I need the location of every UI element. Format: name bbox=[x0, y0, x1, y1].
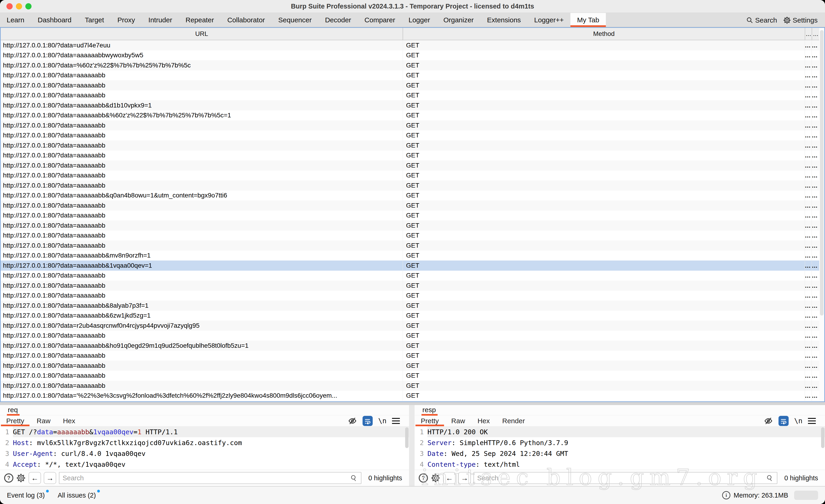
all-issues-button[interactable]: All issues (2) bbox=[58, 492, 96, 499]
response-view-subtab[interactable]: Render bbox=[496, 415, 531, 426]
search-settings-gear-icon[interactable] bbox=[16, 473, 26, 483]
table-scrollbar[interactable] bbox=[819, 28, 824, 401]
main-tab[interactable]: Proxy bbox=[111, 13, 142, 27]
main-tab[interactable]: Organizer bbox=[437, 13, 480, 27]
newline-icon[interactable]: \n bbox=[794, 417, 803, 425]
table-row[interactable]: http://127.0.0.1:80/?data=aaaaaabb GET .… bbox=[1, 211, 824, 221]
table-row[interactable]: http://127.0.0.1:80/?data=aaaaaabb GET .… bbox=[1, 140, 824, 151]
table-row[interactable]: http://127.0.0.1:80/?data=aaaaaabb GET .… bbox=[1, 171, 824, 181]
previous-match-button[interactable]: ← bbox=[443, 472, 456, 484]
request-view-subtab[interactable]: Pretty bbox=[0, 415, 30, 426]
help-icon[interactable]: ? bbox=[419, 474, 428, 483]
table-row[interactable]: http://127.0.0.1:80/?data=aaaaaabb GET .… bbox=[1, 291, 824, 301]
main-tab[interactable]: Target bbox=[78, 13, 111, 27]
table-row[interactable]: http://127.0.0.1:80/?data=aaaaaabb&1vqaa… bbox=[1, 260, 824, 271]
split-divider[interactable] bbox=[409, 405, 415, 486]
main-tab[interactable]: Extensions bbox=[480, 13, 528, 27]
response-editor[interactable]: 1 HTTP/1.0 200 OK 2 Server: SimpleHTTP/0… bbox=[415, 426, 825, 470]
tab-resp[interactable]: resp bbox=[422, 405, 438, 415]
truncated-cell-1: ... bbox=[805, 351, 812, 361]
table-row[interactable]: http://127.0.0.1:80/?data=aaaaaabb&mv8n9… bbox=[1, 251, 824, 261]
column-header-truncated-2[interactable]: ... bbox=[812, 28, 819, 40]
table-row[interactable]: http://127.0.0.1:80/?data=aaaaaabb GET .… bbox=[1, 351, 824, 361]
table-row[interactable]: http://127.0.0.1:80/?data=%60z'z%22$%7b%… bbox=[1, 60, 824, 70]
request-view-subtab[interactable]: Raw bbox=[30, 415, 57, 426]
table-row[interactable]: http://127.0.0.1:80/?data=aaaaaabb GET .… bbox=[1, 271, 824, 281]
main-tab[interactable]: My Tab bbox=[571, 13, 606, 27]
tab-req[interactable]: req bbox=[7, 405, 19, 415]
response-view-subtab[interactable]: Pretty bbox=[415, 415, 445, 426]
next-match-button[interactable]: → bbox=[44, 472, 56, 484]
main-tab-label: Repeater bbox=[185, 16, 214, 24]
table-row[interactable]: http://127.0.0.1:80/?data=aaaaaabb GET .… bbox=[1, 160, 824, 171]
minimize-window-button[interactable] bbox=[16, 3, 22, 9]
response-editor-scrollbar-thumb[interactable] bbox=[821, 427, 825, 448]
search-button[interactable]: Search bbox=[744, 16, 779, 24]
table-row[interactable]: http://127.0.0.1:80/?data='%22%3e%3csvg%… bbox=[1, 391, 824, 401]
table-row[interactable]: http://127.0.0.1:80/?data=r2ub4asqrcnwf0… bbox=[1, 321, 824, 331]
table-row[interactable]: http://127.0.0.1:80/?data=aaaaaabb GET .… bbox=[1, 151, 824, 161]
table-row[interactable]: http://127.0.0.1:80/?data=aaaaaabb GET .… bbox=[1, 180, 824, 190]
search-field-magnifier-icon bbox=[350, 474, 358, 482]
table-row[interactable]: http://127.0.0.1:80/?data=aaaaaabbwywoxb… bbox=[1, 51, 824, 61]
table-row[interactable]: http://127.0.0.1:80/?data=aaaaaabb GET .… bbox=[1, 361, 824, 371]
table-row[interactable]: http://127.0.0.1:80/?data=aaaaaabb GET .… bbox=[1, 70, 824, 81]
table-row[interactable]: http://127.0.0.1:80/?data=aaaaaabb GET .… bbox=[1, 231, 824, 241]
column-header-method[interactable]: Method bbox=[402, 28, 805, 40]
table-row[interactable]: http://127.0.0.1:80/?data=aaaaaabb GET .… bbox=[1, 280, 824, 291]
main-tab[interactable]: Comparer bbox=[358, 13, 402, 27]
table-row[interactable]: http://127.0.0.1:80/?data=aaaaaabb&ho91q… bbox=[1, 341, 824, 351]
main-tab[interactable]: Learn bbox=[0, 13, 31, 27]
response-view-subtab[interactable]: Raw bbox=[445, 415, 471, 426]
table-row[interactable]: http://127.0.0.1:80/?data=aaaaaabb&%60z'… bbox=[1, 110, 824, 120]
help-icon[interactable]: ? bbox=[4, 474, 13, 483]
main-tab[interactable]: Decoder bbox=[318, 13, 358, 27]
search-settings-gear-icon[interactable] bbox=[431, 473, 440, 483]
request-editor-scrollbar-thumb[interactable] bbox=[405, 427, 408, 448]
main-tab[interactable]: Intruder bbox=[142, 13, 179, 27]
settings-button[interactable]: Settings bbox=[781, 16, 820, 24]
table-row[interactable]: http://127.0.0.1:80/?data=aaaaaabb&q0an4… bbox=[1, 190, 824, 201]
table-row[interactable]: http://127.0.0.1:80/?data=aaaaaabb&d1b10… bbox=[1, 100, 824, 110]
event-log-button[interactable]: Event log (3) bbox=[7, 492, 45, 499]
eye-off-icon[interactable] bbox=[764, 416, 773, 426]
table-row[interactable]: http://127.0.0.1:80/?data=aaaaaabb GET .… bbox=[1, 221, 824, 231]
next-match-button[interactable]: → bbox=[458, 472, 471, 484]
table-row[interactable]: http://127.0.0.1:80/?data=aaaaaabb GET .… bbox=[1, 90, 824, 101]
response-search-input[interactable] bbox=[477, 474, 766, 482]
table-row[interactable]: http://127.0.0.1:80/?data=aaaaaabb GET .… bbox=[1, 120, 824, 131]
column-header-url[interactable]: URL bbox=[1, 28, 402, 40]
main-tab[interactable]: Collaborator bbox=[221, 13, 272, 27]
table-row[interactable]: http://127.0.0.1:80/?data=aaaaaabb GET .… bbox=[1, 200, 824, 211]
table-row[interactable]: http://127.0.0.1:80/?data=aaaaaabb&6zw1j… bbox=[1, 311, 824, 321]
main-tab[interactable]: Logger bbox=[402, 13, 437, 27]
main-tab[interactable]: Repeater bbox=[179, 13, 221, 27]
main-tab[interactable]: Sequencer bbox=[272, 13, 318, 27]
table-row[interactable]: http://127.0.0.1:80/?data=aaaaaabb GET .… bbox=[1, 371, 824, 381]
table-row[interactable]: http://127.0.0.1:80/?data=aaaaaabb&8alya… bbox=[1, 301, 824, 311]
previous-match-button[interactable]: ← bbox=[28, 472, 41, 484]
table-row[interactable]: http://127.0.0.1:80/?data=aaaaaabb GET .… bbox=[1, 80, 824, 90]
word-wrap-icon[interactable] bbox=[363, 416, 373, 426]
column-header-truncated-1[interactable]: ... bbox=[805, 28, 812, 40]
table-row[interactable]: http://127.0.0.1:80/?data=aaaaaabb GET .… bbox=[1, 381, 824, 391]
request-view-subtab[interactable]: Hex bbox=[57, 415, 81, 426]
newline-icon[interactable]: \n bbox=[378, 417, 386, 425]
table-row[interactable]: http://127.0.0.1:80/?data=aaaaaabb GET .… bbox=[1, 241, 824, 251]
menu-icon[interactable] bbox=[808, 418, 816, 424]
close-window-button[interactable] bbox=[6, 3, 13, 9]
table-scrollbar-thumb[interactable] bbox=[820, 30, 824, 316]
eye-off-icon[interactable] bbox=[348, 416, 357, 426]
table-row[interactable]: http://127.0.0.1:80/?data=aaaaaabb GET .… bbox=[1, 131, 824, 141]
info-icon[interactable]: i bbox=[722, 491, 730, 499]
main-tab[interactable]: Dashboard bbox=[31, 13, 78, 27]
word-wrap-icon[interactable] bbox=[778, 416, 789, 426]
request-search-input[interactable] bbox=[63, 474, 350, 482]
table-row[interactable]: http://127.0.0.1:80/?data=ud7l4e7euu GET… bbox=[1, 40, 824, 51]
zoom-window-button[interactable] bbox=[25, 3, 31, 9]
request-editor[interactable]: 1 GET /?data=aaaaaabb&1vqaa00qev=1 HTTP/… bbox=[0, 426, 409, 470]
table-row[interactable]: http://127.0.0.1:80/?data=aaaaaabb GET .… bbox=[1, 331, 824, 341]
main-tab[interactable]: Logger++ bbox=[528, 13, 571, 27]
response-view-subtab[interactable]: Hex bbox=[471, 415, 496, 426]
menu-icon[interactable] bbox=[392, 418, 400, 424]
